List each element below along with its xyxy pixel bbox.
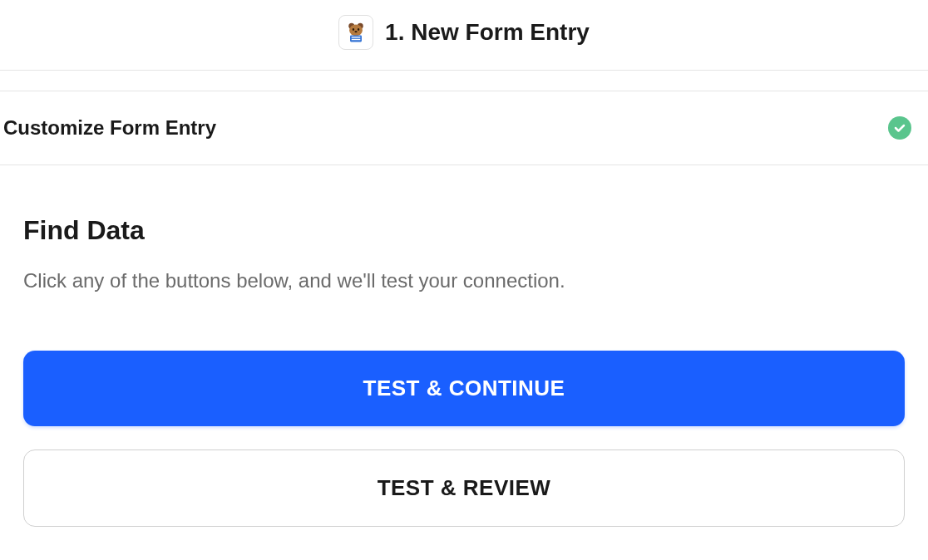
- svg-point-5: [355, 31, 358, 32]
- svg-point-2: [349, 24, 363, 36]
- find-data-panel: Find Data Click any of the buttons below…: [0, 165, 928, 527]
- check-complete-icon: [888, 116, 911, 140]
- wpforms-bear-icon: [338, 15, 373, 50]
- step-header: 1. New Form Entry: [0, 0, 928, 71]
- find-data-heading: Find Data: [23, 215, 905, 246]
- svg-point-4: [358, 28, 359, 31]
- test-continue-button[interactable]: TEST & CONTINUE: [23, 351, 905, 426]
- customize-form-entry-section[interactable]: Customize Form Entry: [0, 91, 928, 165]
- find-data-description: Click any of the buttons below, and we'l…: [23, 269, 905, 292]
- section-title: Customize Form Entry: [3, 116, 216, 140]
- step-title: 1. New Form Entry: [385, 19, 590, 46]
- svg-rect-8: [352, 39, 361, 40]
- svg-point-3: [353, 28, 354, 31]
- svg-rect-6: [350, 36, 362, 42]
- svg-rect-7: [352, 37, 361, 37]
- test-review-button[interactable]: TEST & REVIEW: [23, 449, 905, 527]
